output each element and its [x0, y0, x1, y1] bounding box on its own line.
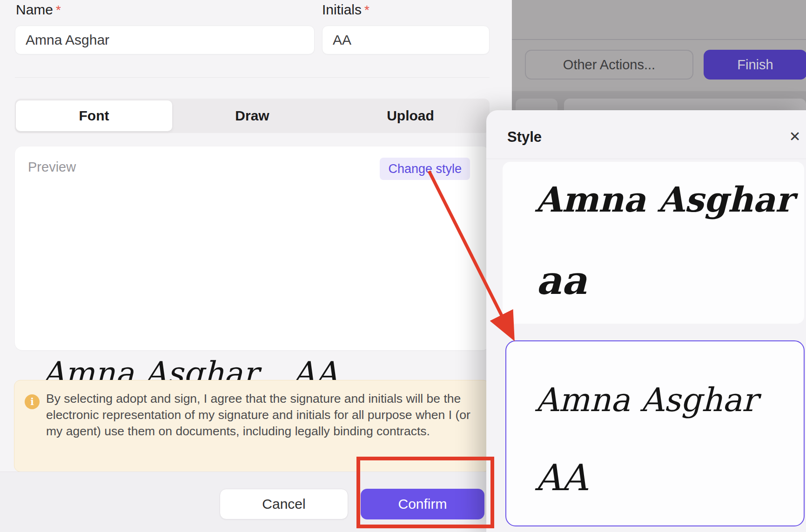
- signature-dialog-screen: Name* Amna Asghar Initials* AA Font Draw…: [0, 0, 806, 532]
- toolbar-divider: [512, 39, 806, 40]
- preview-label: Preview: [28, 160, 76, 175]
- change-style-label: Change style: [388, 162, 462, 176]
- document-page-edge: [564, 99, 806, 110]
- disclaimer-text: By selecting adopt and sign, I agree tha…: [46, 391, 481, 440]
- required-asterisk: *: [56, 3, 61, 17]
- required-asterisk: *: [364, 3, 369, 17]
- style-panel-title: Style: [507, 129, 542, 146]
- change-style-link[interactable]: Change style: [380, 158, 470, 180]
- tab-font[interactable]: Font: [16, 100, 172, 131]
- style-option-2-signature: Amna Asghar: [535, 381, 758, 419]
- style-option-1-signature: Amna Asghar: [535, 180, 793, 219]
- create-signature-dialog: Name* Amna Asghar Initials* AA Font Draw…: [0, 0, 512, 532]
- name-input-value: Amna Asghar: [26, 32, 109, 48]
- tab-upload[interactable]: Upload: [332, 100, 489, 131]
- legal-disclaimer-box: i By selecting adopt and sign, I agree t…: [14, 380, 490, 472]
- close-icon[interactable]: ✕: [786, 128, 803, 145]
- other-actions-button[interactable]: Other Actions...: [525, 50, 693, 80]
- name-label: Name*: [16, 2, 61, 18]
- style-option-2-selected[interactable]: Amna Asghar AA: [505, 340, 805, 526]
- style-option-1-initials: aa: [536, 257, 587, 303]
- name-label-text: Name: [16, 2, 53, 17]
- tab-draw[interactable]: Draw: [174, 100, 330, 131]
- signature-preview-card: Preview Change style Amna Asghar AA: [15, 146, 490, 350]
- finish-button[interactable]: Finish: [704, 50, 806, 80]
- style-header-divider: [486, 159, 806, 159]
- cancel-button[interactable]: Cancel: [220, 489, 348, 519]
- dialog-footer: Cancel Confirm: [0, 472, 512, 532]
- style-option-1[interactable]: Amna Asghar aa: [503, 162, 804, 324]
- signature-mode-tabs: Font Draw Upload: [15, 99, 490, 133]
- style-option-2-initials: AA: [535, 457, 588, 499]
- info-icon: i: [25, 394, 40, 409]
- initials-label: Initials*: [322, 2, 369, 18]
- style-picker-panel: Style ✕ Amna Asghar aa Amna Asghar AA: [486, 110, 806, 532]
- document-page-edge: [516, 99, 557, 110]
- initials-label-text: Initials: [322, 2, 362, 17]
- initials-input-value: AA: [333, 32, 351, 48]
- initials-input[interactable]: AA: [322, 26, 490, 54]
- name-input[interactable]: Amna Asghar: [15, 26, 315, 54]
- confirm-button[interactable]: Confirm: [361, 489, 484, 519]
- form-divider: [15, 77, 490, 78]
